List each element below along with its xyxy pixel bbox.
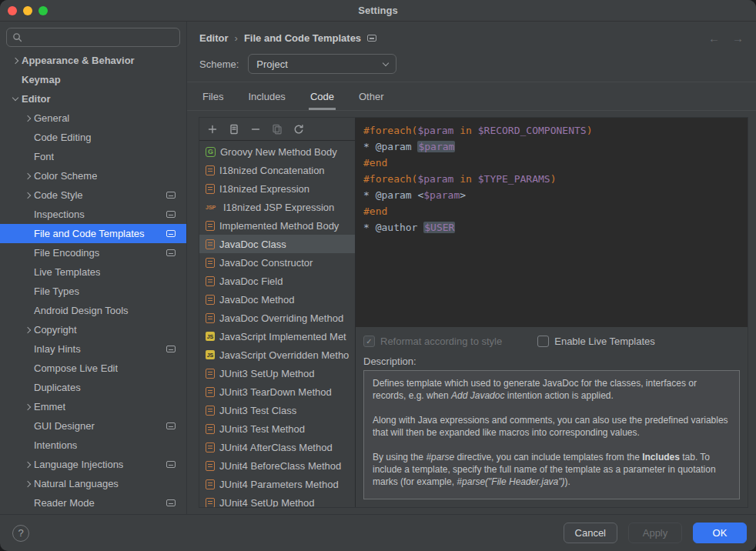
check-icon: ✓ — [366, 337, 372, 346]
template-list-item-junit3-setup-method[interactable]: JUnit3 SetUp Method — [199, 364, 355, 382]
settings-main: Editor › File and Code Templates ← → Sch… — [187, 22, 756, 514]
tree-item-appearance-behavior[interactable]: Appearance & Behavior — [0, 51, 186, 70]
cancel-button[interactable]: Cancel — [564, 523, 617, 543]
template-list-item-junit3-test-class[interactable]: JUnit3 Test Class — [199, 401, 355, 419]
template-icon — [206, 221, 215, 231]
ok-button[interactable]: OK — [693, 523, 747, 543]
tree-item-file-and-code-templates[interactable]: File and Code Templates — [0, 224, 186, 243]
tab-code[interactable]: Code — [309, 82, 336, 110]
reformat-checkbox: ✓ — [363, 336, 375, 347]
chevron-slot — [22, 463, 34, 467]
tree-item-inspections[interactable]: Inspections — [0, 205, 186, 224]
chevron-right-icon[interactable] — [25, 192, 31, 198]
template-list-item-junit3-test-method[interactable]: JUnit3 Test Method — [199, 419, 355, 438]
tree-item-editor[interactable]: Editor — [0, 89, 186, 109]
titlebar: Settings — [0, 0, 756, 22]
minimize-button[interactable] — [23, 6, 32, 15]
close-button[interactable] — [8, 6, 17, 15]
template-item-label: Groovy New Method Body — [220, 146, 337, 158]
zoom-button[interactable] — [38, 6, 48, 15]
template-list-item-junit4-beforeclass-method[interactable]: JUnit4 BeforeClass Method — [199, 456, 355, 475]
tree-item-inlay-hints[interactable]: Inlay Hints — [0, 339, 186, 359]
tree-item-keymap[interactable]: Keymap — [0, 70, 186, 89]
chevron-right-icon[interactable] — [25, 115, 31, 121]
scheme-value: Project — [256, 58, 287, 70]
template-list-item-javascript-overridden-metho[interactable]: JSJavaScript Overridden Metho — [199, 346, 355, 364]
create-child-template-button[interactable] — [226, 121, 243, 138]
template-list-item-implemented-method-body[interactable]: Implemented Method Body — [199, 216, 355, 235]
template-list-item-javadoc-overriding-method[interactable]: JavaDoc Overriding Method — [199, 309, 355, 327]
tree-item-live-templates[interactable]: Live Templates — [0, 262, 186, 282]
tree-item-label: Color Scheme — [34, 170, 97, 182]
tree-item-gui-designer[interactable]: GUI Designer — [0, 416, 186, 436]
tab-other[interactable]: Other — [357, 82, 386, 110]
template-list-item-javadoc-class[interactable]: JavaDoc Class — [199, 235, 355, 253]
settings-search-input[interactable] — [26, 32, 174, 43]
template-list-item-i18nized-jsp-expression[interactable]: JSPI18nized JSP Expression — [199, 198, 355, 216]
template-list-item-junit3-teardown-method[interactable]: JUnit3 TearDown Method — [199, 382, 355, 401]
back-arrow-button[interactable]: ← — [708, 32, 720, 45]
forward-arrow-button[interactable]: → — [732, 32, 744, 45]
tree-item-copyright[interactable]: Copyright — [0, 320, 186, 339]
tab-files[interactable]: Files — [201, 82, 225, 110]
chevron-right-icon[interactable] — [25, 172, 31, 179]
copy-template-button[interactable] — [269, 121, 286, 138]
tree-item-label: Keymap — [22, 74, 61, 85]
live-templates-checkbox[interactable] — [537, 336, 549, 347]
code-token: #foreach( — [363, 125, 417, 136]
chevron-right-icon[interactable] — [25, 403, 31, 409]
tab-includes[interactable]: Includes — [246, 82, 286, 110]
tree-item-code-style[interactable]: Code Style — [0, 185, 186, 205]
template-list-item-javadoc-constructor[interactable]: JavaDoc Constructor — [199, 253, 355, 272]
tree-item-compose-live-edit[interactable]: Compose Live Edit — [0, 359, 186, 378]
template-icon — [206, 479, 215, 489]
tree-item-emmet[interactable]: Emmet — [0, 397, 186, 416]
chevron-down-icon[interactable] — [12, 95, 18, 101]
template-detail-panel: #foreach($param in $RECORD_COMPONENTS) *… — [356, 118, 748, 507]
tree-item-label: Emmet — [34, 401, 65, 412]
tree-item-code-editing[interactable]: Code Editing — [0, 128, 186, 147]
add-template-button[interactable] — [204, 121, 221, 138]
tree-item-label: Natural Languages — [34, 478, 119, 489]
scheme-select[interactable]: Project — [248, 54, 396, 74]
template-item-label: JUnit4 AfterClass Method — [219, 442, 333, 453]
template-item-label: JUnit4 SetUp Method — [219, 497, 315, 508]
template-list-item-i18nized-concatenation[interactable]: I18nized Concatenation — [199, 161, 355, 179]
editor-options-row: ✓ Reformat according to style Enable Liv… — [356, 329, 748, 352]
settings-search-box[interactable] — [6, 28, 180, 47]
tree-item-file-types[interactable]: File Types — [0, 282, 186, 301]
tree-item-font[interactable]: Font — [0, 147, 186, 166]
template-item-label: JavaDoc Constructor — [219, 257, 313, 269]
code-token: in — [460, 125, 472, 136]
tree-item-general[interactable]: General — [0, 109, 186, 128]
template-list-item-javadoc-method[interactable]: JavaDoc Method — [199, 290, 355, 309]
template-icon — [206, 387, 215, 397]
template-list-item-javadoc-field[interactable]: JavaDoc Field — [199, 272, 355, 290]
tab-label: Includes — [248, 91, 285, 102]
tree-item-intentions[interactable]: Intentions — [0, 436, 186, 455]
reset-to-default-button[interactable] — [290, 121, 307, 138]
chevron-right-icon[interactable] — [12, 57, 18, 63]
template-list-item-junit4-setup-method[interactable]: JUnit4 SetUp Method — [199, 493, 355, 507]
chevron-right-icon[interactable] — [25, 326, 31, 332]
template-list-item-junit4-parameters-method[interactable]: JUnit4 Parameters Method — [199, 475, 355, 493]
template-list-item-groovy-new-method-body[interactable]: GGroovy New Method Body — [199, 142, 355, 161]
breadcrumb-editor[interactable]: Editor — [199, 32, 229, 44]
template-list-item-javascript-implemented-met[interactable]: JSJavaScript Implemented Met — [199, 327, 355, 346]
template-editor[interactable]: #foreach($param in $RECORD_COMPONENTS) *… — [356, 118, 748, 327]
tree-item-natural-languages[interactable]: Natural Languages — [0, 474, 186, 493]
tree-item-label: Code Editing — [34, 132, 91, 143]
chevron-right-icon[interactable] — [25, 461, 31, 467]
tree-item-color-scheme[interactable]: Color Scheme — [0, 166, 186, 185]
tree-item-duplicates[interactable]: Duplicates — [0, 378, 186, 397]
template-list-item-junit4-afterclass-method[interactable]: JUnit4 AfterClass Method — [199, 438, 355, 456]
enable-live-templates-option[interactable]: Enable Live Templates — [537, 336, 655, 347]
tree-item-android-design-tools[interactable]: Android Design Tools — [0, 301, 186, 320]
tree-item-reader-mode[interactable]: Reader Mode — [0, 493, 186, 513]
tree-item-file-encodings[interactable]: File Encodings — [0, 243, 186, 262]
chevron-right-icon[interactable] — [25, 480, 31, 486]
tree-item-language-injections[interactable]: Language Injections — [0, 455, 186, 474]
template-list-item-i18nized-expression[interactable]: I18nized Expression — [199, 179, 355, 198]
help-button[interactable]: ? — [12, 525, 29, 542]
remove-template-button[interactable] — [247, 121, 264, 138]
